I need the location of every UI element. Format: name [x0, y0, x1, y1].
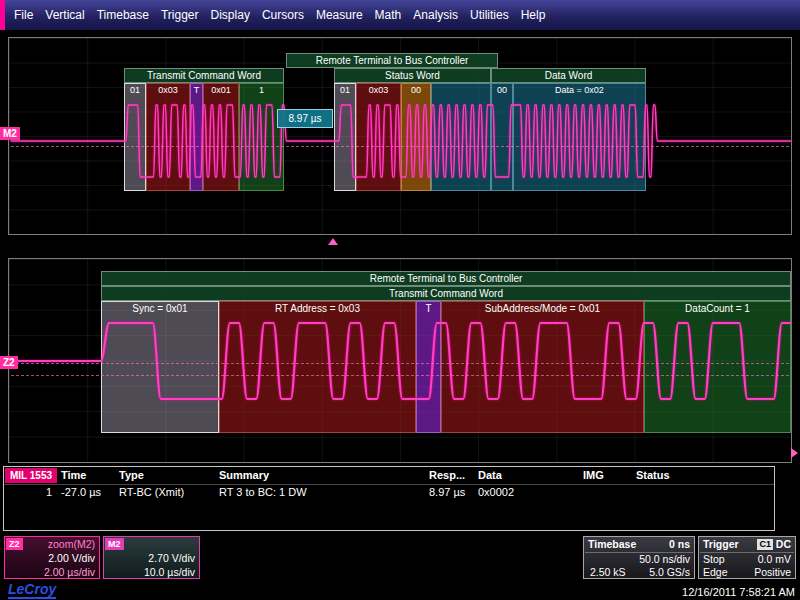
- m2-zero-level-line: [11, 146, 789, 147]
- trigger-level-marker[interactable]: [791, 448, 798, 458]
- col-header-status: Status: [636, 469, 670, 481]
- z2-cursor-line-upper: [11, 363, 789, 364]
- menu-help[interactable]: Help: [521, 8, 546, 22]
- row-time: -27.0 µs: [61, 486, 101, 498]
- menu-measure[interactable]: Measure: [316, 8, 363, 22]
- timebase-samples: 2.50 kS: [590, 566, 626, 578]
- m2-tdiv: 10.0 µs/div: [144, 566, 195, 578]
- col-header-summary: Summary: [219, 469, 269, 481]
- col-header-data: Data: [478, 469, 502, 481]
- datetime-display: 12/16/2011 7:58:21 AM: [682, 586, 795, 598]
- response-time-value: 8.97 µs: [288, 113, 321, 124]
- m2-trace-label[interactable]: M2: [0, 127, 20, 140]
- col-header-img: IMG: [583, 469, 604, 481]
- row-resp: 8.97 µs: [429, 486, 465, 498]
- col-header-type: Type: [119, 469, 144, 481]
- decode-table: MIL 1553 Time Type Summary Resp... Data …: [3, 466, 775, 531]
- trigger-mode: Stop: [703, 553, 725, 565]
- menu-timebase[interactable]: Timebase: [97, 8, 149, 22]
- trigger-level: 0.0 mV: [758, 553, 791, 565]
- menu-display[interactable]: Display: [211, 8, 250, 22]
- trigger-position-marker[interactable]: [328, 238, 338, 245]
- message-title-band: Remote Terminal to Bus Controller: [286, 53, 498, 68]
- message-title: Remote Terminal to Bus Controller: [316, 55, 469, 66]
- word-title: Transmit Command Word: [389, 288, 503, 299]
- trigger-descriptor-box[interactable]: Trigger C1 DC Stop 0.0 mV Edge Positive: [698, 536, 796, 579]
- col-header-resp: Resp...: [429, 469, 465, 481]
- timebase-offset: 0 ns: [669, 538, 690, 550]
- z2-descriptor-tab: Z2: [6, 538, 23, 550]
- timebase-rate: 5.0 GS/s: [649, 566, 690, 578]
- timebase-title: Timebase: [588, 538, 636, 550]
- menu-utilities[interactable]: Utilities: [470, 8, 509, 22]
- menu-file[interactable]: File: [14, 8, 33, 22]
- trigger-coupling: DC: [776, 538, 791, 550]
- menu-accent-strip: [0, 0, 5, 30]
- menu-vertical[interactable]: Vertical: [45, 8, 84, 22]
- m2-descriptor-tab: M2: [105, 538, 124, 550]
- menu-bar: File Vertical Timebase Trigger Display C…: [0, 0, 800, 30]
- z2-descriptor-title: zoom(M2): [48, 538, 95, 550]
- trigger-type: Edge: [703, 566, 728, 578]
- z2-vdiv: 2.00 V/div: [48, 552, 95, 564]
- menu-analysis[interactable]: Analysis: [413, 8, 458, 22]
- m2-descriptor-box[interactable]: M2 2.70 V/div 10.0 µs/div: [103, 536, 200, 579]
- table-header-divider: [4, 484, 774, 485]
- top-waveform-panel: Transmit Command Word 01 0x03 T 0x01 1 S…: [8, 37, 792, 235]
- lecroy-logo: LeCroy: [8, 582, 56, 599]
- trigger-source-chip: C1: [757, 539, 773, 550]
- col-header-time: Time: [61, 469, 86, 481]
- message-title-band: Remote Terminal to Bus Controller: [101, 271, 791, 286]
- z2-descriptor-box[interactable]: Z2 zoom(M2) 2.00 V/div 2.00 µs/div: [4, 536, 100, 579]
- timebase-descriptor-box[interactable]: Timebase 0 ns 50.0 ns/div 2.50 kS 5.0 GS…: [583, 536, 695, 579]
- row-type: RT-BC (Xmit): [119, 486, 184, 498]
- m2-vdiv: 2.70 V/div: [148, 552, 195, 564]
- response-time-annotation: 8.97 µs: [277, 109, 333, 128]
- row-data: 0x0002: [478, 486, 514, 498]
- table-row[interactable]: 1 -27.0 µs RT-BC (Xmit) RT 3 to BC: 1 DW…: [4, 486, 774, 500]
- word-title-band: Transmit Command Word: [101, 286, 791, 301]
- row-index: 1: [4, 486, 52, 498]
- message-title: Remote Terminal to Bus Controller: [370, 273, 523, 284]
- trigger-title: Trigger: [703, 538, 739, 550]
- timebase-tdiv: 50.0 ns/div: [639, 553, 690, 565]
- z2-tdiv: 2.00 µs/div: [44, 566, 95, 578]
- z2-trace-label[interactable]: Z2: [0, 356, 18, 369]
- bottom-waveform-panel: Sync = 0x01 RT Address = 0x03 T SubAddre…: [8, 258, 792, 463]
- z2-cursor-line-lower: [11, 375, 789, 376]
- row-summary: RT 3 to BC: 1 DW: [219, 486, 307, 498]
- menu-trigger[interactable]: Trigger: [161, 8, 199, 22]
- menu-cursors[interactable]: Cursors: [262, 8, 304, 22]
- decode-source-chip[interactable]: MIL 1553: [5, 468, 57, 483]
- trigger-slope: Positive: [754, 566, 791, 578]
- menu-math[interactable]: Math: [375, 8, 402, 22]
